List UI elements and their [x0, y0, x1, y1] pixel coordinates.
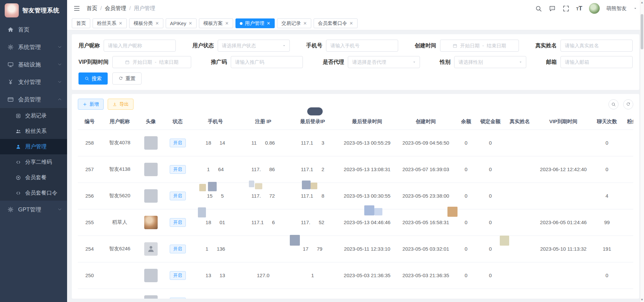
close-icon[interactable]: ✕ — [350, 21, 353, 26]
select-placeholder: 请选择用户状态 — [222, 43, 256, 49]
tab-item[interactable]: 模板分类✕ — [129, 18, 163, 28]
chevron-down-icon — [519, 60, 523, 64]
cell-chat-count: 0 — [591, 262, 623, 289]
breadcrumb-item[interactable]: 会员管理 — [105, 5, 126, 12]
sidebar-subitem-label: 交易记录 — [25, 112, 47, 119]
sidebar-subitem[interactable]: 会员套餐口令 — [0, 185, 67, 201]
users-table: 编号用户昵称头像状态手机号注册 IP最后登录IP最后登录时间创建时间余额锁定金额… — [78, 114, 633, 299]
filter-label: 推广码 — [211, 59, 227, 66]
close-icon[interactable]: ✕ — [225, 21, 229, 26]
filter-input[interactable] — [104, 40, 176, 52]
filter-select[interactable]: 请选择用户状态 — [218, 40, 290, 52]
scroll-up-icon[interactable]: ▲ — [640, 1, 644, 4]
sidebar-subitem[interactable]: 用户管理 — [0, 139, 67, 154]
cell-created: 2023-05-09 04:56:50 — [396, 130, 455, 156]
sidebar-item[interactable]: 基础设施 — [0, 56, 67, 73]
date-separator: - — [155, 59, 156, 65]
search-button[interactable]: 搜索 — [78, 72, 108, 85]
cell-reg-ip: 11 0.86 — [239, 130, 287, 156]
filter-input[interactable] — [560, 56, 633, 68]
filter-field: 创建时间开始日期-结束日期 — [415, 40, 519, 52]
tab-active[interactable]: 用户管理✕ — [235, 18, 275, 28]
fullscreen-icon[interactable] — [562, 5, 570, 12]
sidebar-nav: 首页系统管理基础设施支付管理会员管理交易记录粉丝关系用户管理分享二维码会员套餐会… — [0, 21, 67, 218]
filter-card: 用户昵称用户状态请选择用户状态手机号创建时间开始日期-结束日期真实姓名 VIP到… — [72, 34, 639, 90]
tab-item[interactable]: 首页 — [72, 18, 90, 28]
select-placeholder: 请选择性别 — [459, 59, 483, 65]
tab-item[interactable]: 会员套餐口令✕ — [314, 18, 358, 28]
user-name[interactable]: 萌熊智友 — [606, 5, 627, 12]
page-scrollbar[interactable]: ▲ ▼ — [640, 0, 644, 302]
close-icon[interactable]: ✕ — [267, 21, 270, 26]
table-toolbar: 新增 导出 — [78, 99, 633, 110]
cell-balance: 0 — [455, 262, 477, 289]
sidebar-item[interactable]: 支付管理 — [0, 73, 67, 91]
sidebar-subitem[interactable]: 交易记录 — [0, 108, 67, 123]
cell-fans — [623, 236, 633, 262]
add-button[interactable]: 新增 — [78, 99, 104, 110]
sidebar-item[interactable]: 首页 — [0, 21, 67, 38]
tab-item[interactable]: 粉丝关系✕ — [93, 18, 127, 28]
cell-nickname: 智友5620 — [101, 183, 138, 209]
chevron-down-icon[interactable] — [633, 6, 637, 10]
column-header: 最后登录时间 — [338, 114, 396, 130]
sidebar-subitem[interactable]: 粉丝关系 — [0, 123, 67, 139]
reset-button[interactable]: 重置 — [112, 72, 142, 85]
table-card: 新增 导出 编号用户昵称头像状态手机号注册 IP最后登录IP最后登录时间创建时间… — [72, 94, 639, 299]
cell-balance: 0 — [455, 289, 477, 299]
reset-button-label: 重置 — [125, 76, 136, 82]
user-avatar[interactable] — [589, 3, 600, 14]
tab-item[interactable]: 模板方案✕ — [199, 18, 233, 28]
date-end: 结束日期 — [159, 59, 178, 65]
close-icon[interactable]: ✕ — [119, 21, 122, 26]
cell-id: 249 — [78, 289, 101, 299]
column-header: 最后登录IP — [287, 114, 338, 130]
table-search-button[interactable] — [608, 99, 619, 109]
filter-daterange[interactable]: 开始日期-结束日期 — [440, 40, 519, 52]
cell-nickname: 稻草人 — [101, 209, 138, 236]
search-icon — [85, 76, 89, 81]
filter-input[interactable] — [326, 40, 398, 52]
sidebar-subitem[interactable]: 分享二维码 — [0, 154, 67, 170]
tab-label: 用户管理 — [245, 20, 264, 27]
breadcrumb-item[interactable]: 首页 — [87, 5, 97, 12]
tab-item[interactable]: 交易记录✕ — [277, 18, 311, 28]
sidebar-subitem[interactable]: 会员套餐 — [0, 170, 67, 185]
chevron-up-icon — [58, 97, 62, 101]
table-row: 258 智友4078 开启 18 14 11 0.86 117.1 3 2023… — [78, 130, 633, 156]
filter-daterange[interactable]: 开始日期-结束日期 — [112, 56, 191, 68]
message-icon[interactable] — [549, 5, 556, 12]
sidebar-collapse-icon[interactable] — [73, 5, 80, 12]
filter-input[interactable] — [560, 40, 633, 52]
cell-created: 2023-05-05 23:38:00 — [396, 183, 455, 209]
filter-select[interactable]: 请选择是否代理 — [348, 56, 420, 68]
cell-balance: 0 — [455, 209, 477, 236]
cell-created: 2023-04-30 08:20:13 — [396, 289, 455, 299]
monitor-icon — [7, 61, 14, 68]
cell-balance: 0 — [455, 156, 477, 183]
target-icon — [15, 175, 21, 181]
close-icon[interactable]: ✕ — [155, 21, 159, 26]
cell-vip-expire: 2023-05-10 11:13:32 — [536, 236, 591, 262]
cell-status: 开启 — [163, 130, 192, 156]
close-icon[interactable]: ✕ — [189, 21, 192, 26]
table-refresh-button[interactable] — [623, 99, 633, 109]
close-icon[interactable]: ✕ — [303, 21, 307, 26]
cell-fans — [623, 209, 633, 236]
scroll-down-icon[interactable]: ▼ — [640, 298, 644, 301]
export-button[interactable]: 导出 — [108, 99, 133, 110]
sidebar-item[interactable]: GPT管理 — [0, 201, 67, 218]
column-header: 用户昵称 — [101, 114, 138, 130]
scrollbar-thumb[interactable] — [641, 14, 643, 49]
filter-select[interactable]: 请选择性别 — [454, 56, 526, 68]
search-icon[interactable] — [535, 5, 542, 12]
filter-input[interactable] — [231, 56, 303, 68]
cell-real-name — [504, 183, 536, 209]
filter-label: 用户状态 — [193, 42, 214, 49]
cell-status: 开启 — [163, 262, 192, 289]
breadcrumb-separator: / — [100, 5, 102, 11]
tab-item[interactable]: APIKey✕ — [166, 18, 197, 28]
sidebar-item[interactable]: 系统管理 — [0, 38, 67, 56]
sidebar-item[interactable]: 会员管理 — [0, 91, 67, 108]
font-size-icon[interactable]: TT — [576, 5, 582, 11]
